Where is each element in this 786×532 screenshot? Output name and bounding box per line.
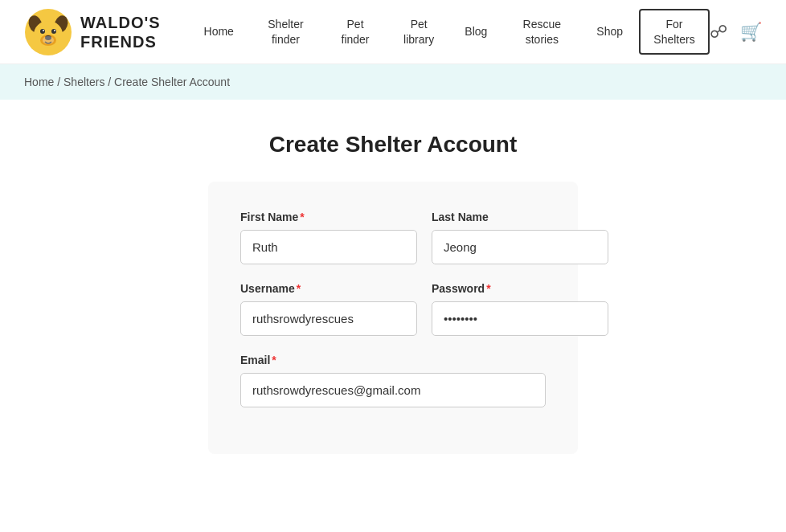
password-input[interactable] [432, 301, 608, 336]
nav-for-shelters[interactable]: For Shelters [639, 9, 710, 54]
last-name-group: Last Name [432, 211, 608, 264]
nav-rescue-stories[interactable]: Rescue stories [503, 10, 580, 52]
email-required: * [272, 354, 276, 366]
first-name-input[interactable] [240, 230, 417, 264]
email-input[interactable] [240, 373, 546, 407]
logo[interactable]: WALDO'S FRIENDS [24, 8, 161, 56]
credentials-row: Username* Password* [240, 282, 546, 336]
email-group: Email* [240, 354, 546, 407]
breadcrumb-shelters[interactable]: Shelters [63, 76, 104, 88]
breadcrumb: Home / Shelters / Create Shelter Account [0, 64, 786, 100]
main-nav: Home Shelter finder Pet finder Pet libra… [193, 9, 710, 54]
email-row: Email* [240, 354, 546, 407]
breadcrumb-sep2: / [108, 76, 114, 88]
username-label: Username* [240, 282, 417, 295]
svg-point-7 [51, 29, 56, 34]
nav-blog[interactable]: Blog [453, 18, 498, 45]
first-name-label: First Name* [240, 211, 417, 223]
svg-point-8 [43, 30, 44, 31]
svg-point-10 [43, 36, 54, 44]
nav-pet-library[interactable]: Pet library [389, 10, 448, 52]
main-content: Create Shelter Account First Name* Last … [0, 100, 786, 502]
password-group: Password* [432, 282, 608, 336]
password-label: Password* [432, 282, 608, 295]
password-required: * [486, 282, 490, 295]
username-required: * [297, 282, 301, 295]
username-input[interactable] [240, 301, 417, 336]
last-name-label: Last Name [432, 211, 608, 223]
svg-point-9 [54, 30, 55, 31]
header-icons: ☍ 🛒 [710, 22, 762, 43]
nav-shelter-finder[interactable]: Shelter finder [250, 10, 321, 52]
svg-point-6 [40, 29, 45, 34]
logo-text: WALDO'S FRIENDS [80, 13, 161, 51]
nav-shop[interactable]: Shop [585, 18, 634, 45]
last-name-input[interactable] [432, 230, 608, 264]
breadcrumb-sep1: / [57, 76, 63, 88]
breadcrumb-current: Create Shelter Account [114, 76, 230, 88]
page-title: Create Shelter Account [269, 132, 518, 158]
create-shelter-form: First Name* Last Name Username* [208, 182, 578, 454]
first-name-required: * [300, 211, 304, 223]
first-name-group: First Name* [240, 211, 417, 264]
cart-icon[interactable]: 🛒 [740, 22, 762, 43]
logo-icon [24, 8, 72, 56]
nav-home[interactable]: Home [193, 18, 245, 45]
name-row: First Name* Last Name [240, 211, 546, 264]
email-label: Email* [240, 354, 546, 366]
breadcrumb-home[interactable]: Home [24, 76, 54, 88]
user-icon[interactable]: ☍ [710, 22, 727, 43]
nav-pet-finder[interactable]: Pet finder [326, 10, 384, 52]
username-group: Username* [240, 282, 417, 336]
